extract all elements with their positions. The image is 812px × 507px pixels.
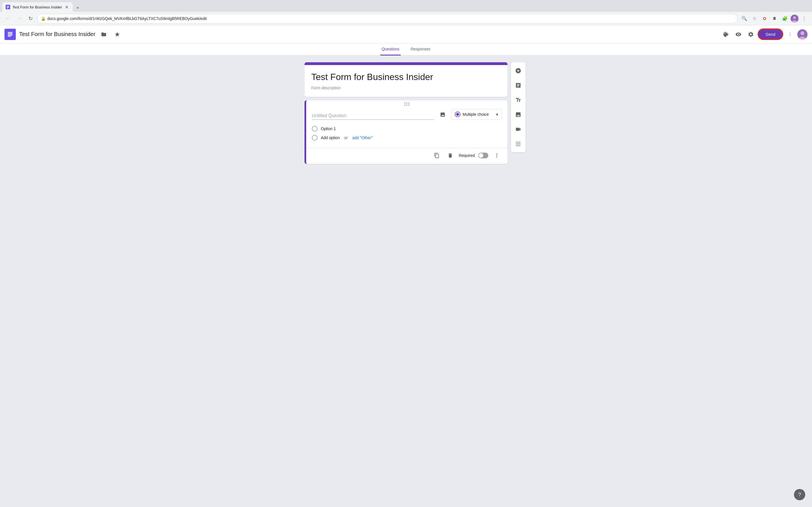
import-questions-tool[interactable] xyxy=(511,78,525,92)
more-options-button[interactable]: ⋮ xyxy=(785,29,795,40)
url-bar[interactable]: 🔒 docs.google.com/forms/d/1rWzGQek_MVKmf… xyxy=(37,14,738,23)
question-card: Multiple choice ▾ Option 1 Add option or… xyxy=(305,100,507,164)
required-toggle[interactable] xyxy=(478,153,488,158)
extensions-button[interactable]: 🧩 xyxy=(780,14,790,23)
tab-bar: Test Form for Business Insider ✕ + xyxy=(0,0,812,12)
svg-rect-0 xyxy=(7,6,9,6)
add-question-tool[interactable] xyxy=(511,64,525,77)
svg-point-15 xyxy=(496,155,497,156)
url-text: docs.google.com/forms/d/1rWzGQek_MVKmfBL… xyxy=(47,16,734,21)
svg-point-12 xyxy=(801,31,804,35)
forms-app-icon xyxy=(4,29,16,40)
add-option-row: Add option or add "Other" xyxy=(312,133,502,142)
option-1-text[interactable]: Option 1 xyxy=(321,126,336,131)
tab-close-button[interactable]: ✕ xyxy=(64,4,69,10)
question-type-label: Multiple choice xyxy=(463,112,494,117)
sidebar-tools xyxy=(511,62,525,152)
svg-rect-1 xyxy=(7,7,9,7)
form-tabs: Questions Responses xyxy=(0,43,812,55)
menu-button[interactable]: ⋮ xyxy=(800,14,809,23)
svg-rect-7 xyxy=(8,32,13,33)
svg-rect-9 xyxy=(8,34,13,35)
opera-icon[interactable]: O xyxy=(760,14,769,23)
chrome-actions: 🔍 ☆ O 🧩 ⋮ xyxy=(740,14,809,23)
new-tab-button[interactable]: + xyxy=(74,4,82,12)
form-description[interactable]: Form description xyxy=(311,86,501,90)
duplicate-button[interactable] xyxy=(432,151,442,161)
tab-title: Test Form for Business Insider xyxy=(12,5,62,9)
reload-button[interactable]: ↻ xyxy=(26,14,35,23)
add-image-to-question-button[interactable] xyxy=(438,110,448,120)
question-input-wrapper xyxy=(312,113,434,120)
option-1-radio xyxy=(312,126,317,131)
search-button[interactable]: 🔍 xyxy=(740,14,749,23)
add-option-text[interactable]: Add option xyxy=(321,135,340,140)
add-section-tool[interactable] xyxy=(511,137,525,151)
tab-responses[interactable]: Responses xyxy=(410,43,432,55)
svg-rect-2 xyxy=(7,7,9,8)
settings-button[interactable] xyxy=(746,29,756,40)
svg-point-5 xyxy=(793,16,796,19)
dropdown-chevron-icon: ▾ xyxy=(496,112,498,117)
add-other-link[interactable]: add "Other" xyxy=(352,135,372,140)
preview-button[interactable] xyxy=(733,29,744,40)
drag-dots xyxy=(404,103,409,106)
header-actions: Send ⋮ xyxy=(721,29,808,40)
add-title-tool[interactable] xyxy=(511,93,525,107)
customize-button[interactable] xyxy=(721,29,731,40)
toggle-knob xyxy=(479,153,483,158)
or-text: or xyxy=(344,135,348,140)
address-bar: ← → ↻ 🔒 docs.google.com/forms/d/1rWzGQek… xyxy=(0,12,812,25)
svg-point-14 xyxy=(496,154,497,154)
question-footer: Required xyxy=(306,148,507,164)
extension-button[interactable] xyxy=(770,14,779,23)
form-title-card: Test Form for Business Insider Form desc… xyxy=(305,62,507,97)
back-button[interactable]: ← xyxy=(3,14,12,23)
tab-favicon xyxy=(6,5,10,9)
main-content: Test Form for Business Insider Form desc… xyxy=(0,55,812,507)
form-title: Test Form for Business Insider xyxy=(311,72,501,82)
add-option-radio xyxy=(312,135,317,140)
svg-point-16 xyxy=(496,157,497,158)
folder-button[interactable] xyxy=(99,29,109,40)
app-header: Test Form for Business Insider Send ⋮ xyxy=(0,25,812,43)
tab-questions[interactable]: Questions xyxy=(380,43,400,55)
add-image-tool[interactable] xyxy=(511,108,525,121)
drag-handle[interactable] xyxy=(306,100,507,107)
forward-button[interactable]: → xyxy=(15,14,24,23)
user-avatar[interactable] xyxy=(791,15,799,22)
svg-rect-8 xyxy=(8,33,13,34)
question-header: Multiple choice ▾ xyxy=(312,109,502,120)
svg-rect-3 xyxy=(7,8,8,9)
active-tab[interactable]: Test Form for Business Insider ✕ xyxy=(2,2,73,12)
svg-rect-10 xyxy=(8,36,11,37)
radio-icon xyxy=(455,112,460,117)
question-content: Multiple choice ▾ Option 1 Add option or… xyxy=(306,107,507,146)
delete-button[interactable] xyxy=(445,151,455,161)
add-video-tool[interactable] xyxy=(511,122,525,136)
help-button[interactable]: ? xyxy=(794,489,805,500)
form-container: Test Form for Business Insider Form desc… xyxy=(305,62,507,507)
question-input[interactable] xyxy=(312,113,434,118)
lock-icon: 🔒 xyxy=(41,16,46,21)
browser-chrome: Test Form for Business Insider ✕ + ← → ↻… xyxy=(0,0,812,25)
required-label: Required xyxy=(459,153,475,158)
profile-avatar[interactable] xyxy=(797,29,808,40)
star-button[interactable] xyxy=(112,29,122,40)
send-button[interactable]: Send xyxy=(758,29,783,40)
question-more-options-button[interactable] xyxy=(492,151,502,161)
question-type-select[interactable]: Multiple choice ▾ xyxy=(451,109,502,120)
document-title: Test Form for Business Insider xyxy=(19,31,95,38)
option-1: Option 1 xyxy=(312,124,502,133)
bookmark-button[interactable]: ☆ xyxy=(750,14,759,23)
